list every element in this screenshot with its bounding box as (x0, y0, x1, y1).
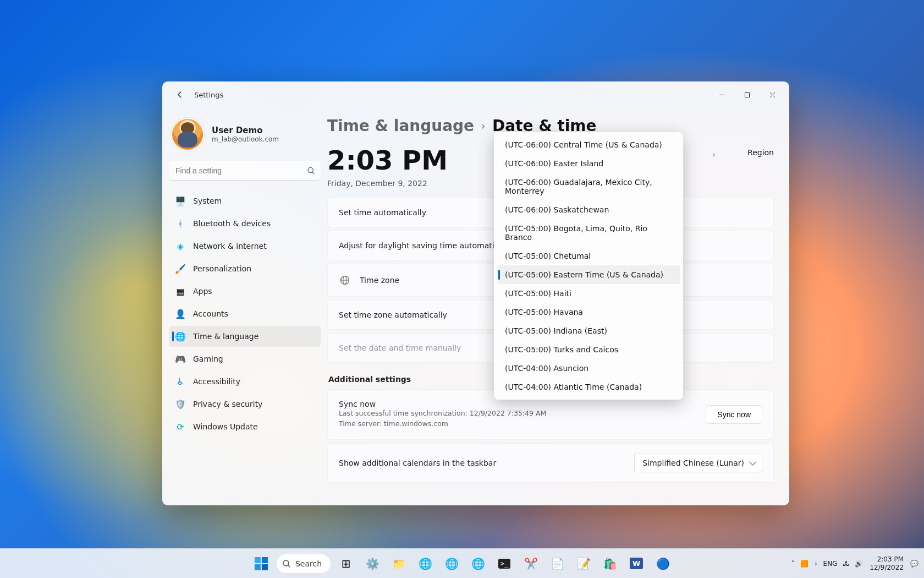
sidebar-item-label: Gaming (193, 355, 223, 363)
region-label: Region (747, 148, 774, 157)
sync-title: Sync now (339, 400, 546, 408)
timezone-dropdown[interactable]: (UTC-06:00) Central Time (US & Canada)(U… (494, 132, 683, 400)
sidebar-item-personalization[interactable]: 🖌️Personalization (169, 258, 321, 279)
timezone-option[interactable]: (UTC-05:00) Eastern Time (US & Canada) (497, 265, 680, 284)
close-icon (769, 92, 776, 98)
edge-button[interactable]: 🌐 (414, 552, 437, 575)
current-date: Friday, December 9, 2022 (327, 179, 448, 188)
row-label: Adjust for daylight saving time automati… (339, 241, 512, 250)
timezone-option[interactable]: (UTC-06:00) Easter Island (497, 154, 680, 173)
sync-now-button[interactable]: Sync now (706, 405, 762, 424)
timezone-option[interactable]: (UTC-05:00) Bogota, Lima, Quito, Rio Bra… (497, 219, 680, 247)
notepad2-button[interactable]: 📝 (572, 552, 595, 575)
edge-dev-icon: 🌐 (471, 557, 485, 570)
tray-chevron-up-icon[interactable]: ˄ (791, 560, 795, 568)
sidebar-item-system[interactable]: 🖥️System (169, 190, 321, 211)
tray-bluetooth-icon[interactable]: ᚼ (814, 560, 818, 568)
bluetooth-icon: ᚼ (175, 219, 185, 228)
arrow-left-icon (175, 90, 184, 99)
tray-security-icon[interactable]: 🟧 (800, 560, 809, 568)
maximize-button[interactable] (734, 86, 760, 103)
timezone-option[interactable]: (UTC-06:00) Central Time (US & Canada) (497, 135, 680, 154)
notifications-icon[interactable]: 💬 (910, 560, 919, 568)
sidebar-item-bluetooth[interactable]: ᚼBluetooth & devices (169, 213, 321, 234)
chevron-right-icon: › (481, 119, 486, 133)
accessibility-icon: ♿ (175, 377, 185, 386)
sidebar-item-accounts[interactable]: 👤Accounts (169, 303, 321, 324)
folder-icon: 📁 (392, 557, 406, 570)
taskbar-date: 12/9/2022 (870, 564, 904, 572)
task-view-button[interactable]: ⊞ (334, 552, 358, 575)
search-icon (282, 559, 291, 568)
sidebar-item-apps[interactable]: ▦Apps (169, 281, 321, 302)
sidebar-item-windows-update[interactable]: ⟳Windows Update (169, 416, 321, 437)
sidebar-item-label: Network & internet (193, 242, 267, 250)
timezone-option[interactable]: (UTC-05:00) Chetumal (497, 247, 680, 265)
timezone-option[interactable]: (UTC-06:00) Guadalajara, Mexico City, Mo… (497, 173, 680, 200)
sidebar-item-label: Accessibility (193, 377, 240, 386)
profile-email: m_lab@outlook.com (212, 135, 279, 143)
explorer-button[interactable]: 📁 (387, 552, 410, 575)
edge-beta-button[interactable]: 🌐 (440, 552, 463, 575)
calendar-select[interactable]: Simplified Chinese (Lunar) (634, 454, 762, 472)
sync-sub1: Last successful time synchronization: 12… (339, 408, 546, 419)
timezone-option[interactable]: (UTC-06:00) Saskatchewan (497, 200, 680, 219)
terminal-button[interactable]: >_ (493, 552, 516, 575)
timezone-option[interactable]: (UTC-05:00) Indiana (East) (497, 321, 680, 340)
store-icon: 🛍️ (603, 557, 617, 570)
taskbar-clock[interactable]: 2:03 PM 12/9/2022 (870, 555, 904, 572)
chrome-icon: 🔵 (656, 557, 670, 570)
window-title: Settings (194, 91, 223, 99)
svg-point-6 (283, 560, 289, 566)
sidebar-item-network[interactable]: ◈Network & internet (169, 236, 321, 257)
gamepad-icon: 🎮 (175, 354, 185, 364)
back-button[interactable] (171, 86, 189, 103)
profile-name: User Demo (212, 126, 279, 135)
sidebar: User Demo m_lab@outlook.com 🖥️System ᚼBl… (162, 108, 327, 505)
search-input[interactable] (169, 161, 321, 181)
sidebar-item-privacy[interactable]: 🛡️Privacy & security (169, 394, 321, 415)
word-button[interactable]: W (625, 552, 648, 575)
tray-language[interactable]: ENG (823, 560, 838, 568)
timezone-option[interactable]: (UTC-05:00) Haiti (497, 284, 680, 303)
sidebar-item-accessibility[interactable]: ♿Accessibility (169, 371, 321, 392)
notepad-icon: 📝 (577, 557, 591, 570)
timezone-option[interactable]: (UTC-05:00) Havana (497, 303, 680, 321)
sidebar-item-label: Privacy & security (193, 400, 262, 408)
search-label: Search (295, 559, 322, 568)
timezone-option[interactable]: (UTC-04:00) Asuncion (497, 359, 680, 378)
chrome-button[interactable]: 🔵 (651, 552, 674, 575)
sidebar-item-time-language[interactable]: 🌐Time & language (169, 326, 321, 347)
store-button[interactable]: 🛍️ (598, 552, 622, 575)
current-time: 2:03 PM (327, 147, 448, 173)
taskbar-search[interactable]: Search (276, 554, 331, 574)
word-icon: W (630, 558, 643, 569)
taskbar: Search ⊞ ⚙️ 📁 🌐 🌐 🌐 >_ ✂️ 📄 📝 🛍️ W 🔵 ˄ 🟧… (0, 548, 924, 578)
nav: 🖥️System ᚼBluetooth & devices ◈Network &… (169, 190, 321, 437)
sidebar-item-label: Accounts (193, 309, 228, 318)
gear-icon: ⚙️ (366, 557, 380, 570)
minimize-button[interactable] (709, 86, 734, 103)
start-button[interactable] (250, 552, 273, 575)
profile-block[interactable]: User Demo m_lab@outlook.com (169, 111, 321, 161)
notepad-icon: 📄 (551, 557, 564, 570)
wifi-icon: ◈ (175, 241, 185, 251)
sidebar-item-label: Bluetooth & devices (193, 219, 271, 228)
row-label: Set the date and time manually (339, 343, 461, 352)
breadcrumb-parent[interactable]: Time & language (327, 117, 474, 135)
search-icon (307, 167, 315, 175)
select-value: Simplified Chinese (Lunar) (642, 459, 744, 467)
timezone-option[interactable]: (UTC-04:00) Atlantic Time (Canada) (497, 378, 680, 396)
snip-button[interactable]: ✂️ (519, 552, 542, 575)
settings-app-button[interactable]: ⚙️ (361, 552, 384, 575)
close-button[interactable] (760, 86, 785, 103)
edge-dev-button[interactable]: 🌐 (466, 552, 490, 575)
tray-volume-icon[interactable]: 🔊 (855, 560, 863, 568)
tray-network-icon[interactable]: 🖧 (843, 560, 849, 568)
notepad-button[interactable]: 📄 (546, 552, 569, 575)
timezone-option[interactable]: (UTC-05:00) Turks and Caicos (497, 340, 680, 359)
windows-icon (255, 557, 268, 570)
sync-sub2: Time server: time.windows.com (339, 419, 546, 429)
region-summary[interactable]: Region (747, 147, 774, 157)
sidebar-item-gaming[interactable]: 🎮Gaming (169, 348, 321, 369)
